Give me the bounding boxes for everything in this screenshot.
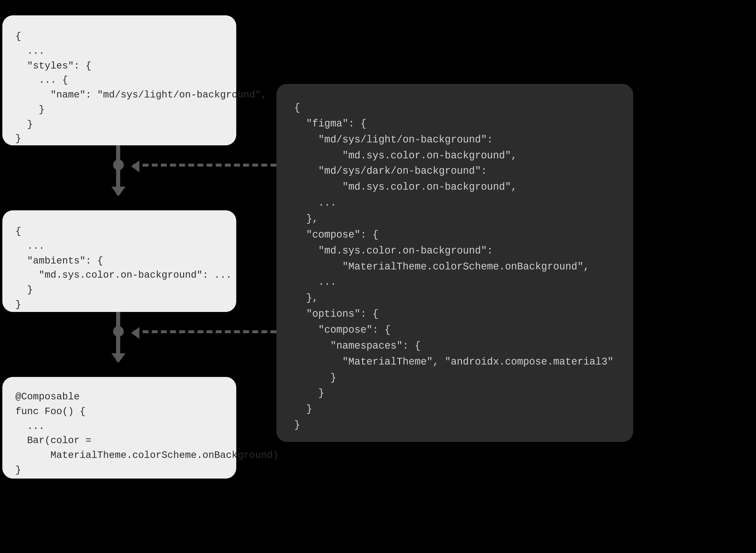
mapping-json-card: { "figma": { "md/sys/light/on-background… <box>276 84 633 442</box>
flow-node-icon <box>113 160 123 170</box>
ambients-json-code: { ... "ambients": { "md.sys.color.on-bac… <box>15 225 223 312</box>
flow-arrow-1 <box>116 145 120 195</box>
dashed-connector-1 <box>134 164 276 167</box>
styles-json-card: { ... "styles": { ... { "name": "md/sys/… <box>2 15 236 145</box>
styles-json-code: { ... "styles": { ... { "name": "md/sys/… <box>15 29 223 147</box>
compose-code-card: @Composable func Foo() { ... Bar(color =… <box>2 377 236 479</box>
compose-code: @Composable func Foo() { ... Bar(color =… <box>15 390 223 478</box>
flow-arrow-2 <box>116 312 120 362</box>
dashed-connector-2 <box>134 330 276 333</box>
flow-node-icon <box>113 326 123 337</box>
mapping-json-code: { "figma": { "md/sys/light/on-background… <box>294 100 615 433</box>
ambients-json-card: { ... "ambients": { "md.sys.color.on-bac… <box>2 210 236 312</box>
